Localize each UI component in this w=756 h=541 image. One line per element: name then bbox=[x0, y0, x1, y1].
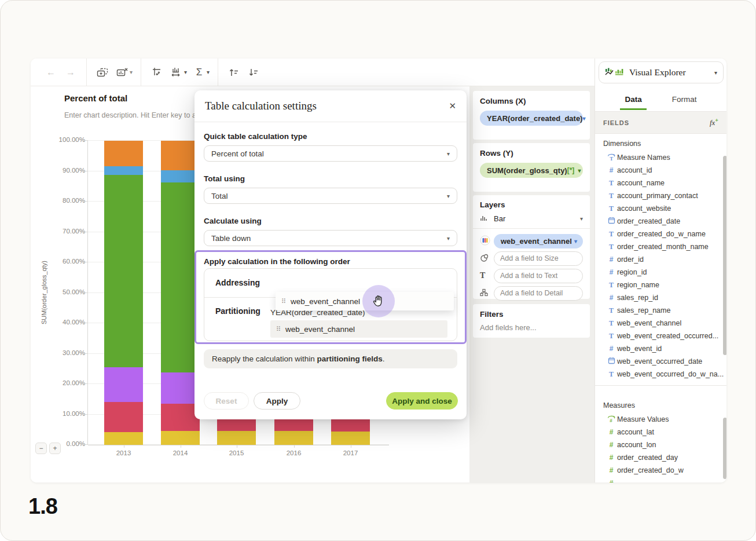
y-tick-mark bbox=[85, 140, 88, 141]
bar-segment-segment-1-yellow[interactable] bbox=[161, 431, 200, 445]
rows-pill[interactable]: SUM(order_gloss_qty) [*] ▾ bbox=[480, 163, 583, 178]
bar-segment-segment-4-green[interactable] bbox=[161, 182, 200, 372]
bar-size-caret[interactable]: ▾ bbox=[184, 69, 187, 75]
bar-segment-segment-6-orange[interactable] bbox=[104, 141, 143, 166]
bar-segment-segment-5-blue[interactable] bbox=[161, 170, 200, 183]
zoom-in-button[interactable]: + bbox=[49, 443, 61, 454]
field-item[interactable]: Tweb_event_created_occurred... bbox=[595, 330, 726, 342]
detail-drop-slot[interactable]: Add a field to Detail bbox=[494, 286, 583, 301]
field-item[interactable]: Taccount_website bbox=[595, 202, 726, 215]
field-item[interactable]: #order_id bbox=[595, 253, 726, 266]
filters-drop-zone[interactable]: Add fields here... bbox=[480, 323, 583, 332]
swap-axes-button[interactable] bbox=[147, 63, 167, 82]
sort-ascending-button[interactable] bbox=[224, 63, 244, 82]
field-item[interactable]: #account_lon bbox=[595, 438, 726, 451]
bar-segment-segment-5-blue[interactable] bbox=[104, 166, 143, 175]
layers-shelf: Layers Bar ▾ web_event_channel bbox=[473, 195, 590, 299]
fields-panel: Visual Explorer ▾ Data Format FIELDS fx+… bbox=[594, 59, 726, 482]
text-type-icon: T bbox=[605, 192, 617, 200]
remove-chart-caret[interactable]: ▾ bbox=[130, 69, 133, 75]
columns-pill-caret[interactable]: ▾ bbox=[582, 115, 585, 122]
layer-type-caret[interactable]: ▾ bbox=[580, 215, 583, 222]
calculate-using-select[interactable]: Table down ▾ bbox=[204, 230, 457, 246]
color-pill-caret[interactable]: ▾ bbox=[574, 238, 577, 244]
calculate-using-value: Table down bbox=[211, 234, 251, 243]
field-item-label: web_event_id bbox=[617, 345, 662, 353]
field-item[interactable]: Tsales_rep_name bbox=[595, 304, 726, 317]
bar-segment-segment-3-purple[interactable] bbox=[104, 367, 143, 402]
measures-scrollbar[interactable] bbox=[723, 418, 726, 479]
stacked-bar-2014[interactable] bbox=[161, 141, 200, 445]
bar-segment-segment-2-red[interactable] bbox=[161, 404, 200, 432]
reset-button[interactable]: Reset bbox=[204, 392, 249, 410]
text-encoding-row: T Add a field to Text bbox=[480, 267, 583, 284]
bar-segment-segment-3-purple[interactable] bbox=[161, 372, 200, 404]
bar-segment-segment-2-red[interactable] bbox=[104, 402, 143, 432]
add-calculated-field-button[interactable]: fx+ bbox=[710, 117, 718, 127]
remove-chart-button[interactable] bbox=[112, 63, 132, 82]
back-button[interactable]: ← bbox=[41, 63, 61, 82]
zoom-out-button[interactable]: − bbox=[35, 443, 47, 454]
add-chart-button[interactable] bbox=[93, 63, 112, 82]
field-item[interactable]: Tweb_event_occurred_do_w_na... bbox=[595, 368, 726, 381]
color-pill-label: web_event_channel bbox=[501, 237, 572, 246]
field-item[interactable]: Tweb_event_channel bbox=[595, 317, 726, 330]
forward-button[interactable]: → bbox=[61, 63, 80, 82]
bar-segment-segment-1-yellow[interactable] bbox=[217, 431, 256, 445]
layer-type-row[interactable]: Bar ▾ bbox=[473, 211, 590, 229]
drag-handle-icon[interactable]: ⠿ bbox=[270, 326, 285, 333]
close-icon[interactable]: ✕ bbox=[449, 101, 456, 111]
field-item[interactable]: Taccount_primary_contact bbox=[595, 189, 726, 202]
y-tick-label: 40.00% bbox=[34, 319, 85, 326]
partitioning-item[interactable]: ⠿ web_event_channel bbox=[270, 320, 447, 338]
text-drop-slot[interactable]: Add a field to Text bbox=[494, 269, 583, 283]
size-drop-slot[interactable]: Add a field to Size bbox=[494, 251, 583, 266]
dimensions-scrollbar[interactable] bbox=[723, 156, 726, 355]
sort-descending-button[interactable] bbox=[244, 63, 263, 82]
columns-pill[interactable]: YEAR(order_created_date) ▾ bbox=[480, 111, 583, 126]
apply-and-close-button[interactable]: Apply and close bbox=[386, 392, 458, 410]
drag-handle-icon[interactable]: ⠿ bbox=[276, 298, 291, 305]
field-item[interactable]: #Measure Values bbox=[595, 413, 726, 426]
stacked-bar-2013[interactable] bbox=[104, 141, 143, 445]
field-item[interactable]: #order_created_do_w bbox=[595, 464, 726, 477]
bar-segment-segment-4-green[interactable] bbox=[104, 175, 143, 367]
field-item[interactable]: #account_lat bbox=[595, 426, 726, 438]
field-item[interactable]: web_event_occurred_date bbox=[595, 355, 726, 368]
modal-header: Table calculation settings ✕ bbox=[194, 90, 467, 122]
field-item-label: account_lat bbox=[617, 428, 654, 436]
total-using-select[interactable]: Total ▾ bbox=[204, 188, 457, 204]
bar-segment-segment-1-yellow[interactable] bbox=[331, 432, 370, 445]
bar-segment-segment-1-yellow[interactable] bbox=[104, 432, 143, 445]
rows-pill-caret[interactable]: ▾ bbox=[578, 167, 581, 174]
fx-plus-icon: + bbox=[715, 117, 718, 123]
bar-size-button[interactable] bbox=[167, 63, 186, 82]
y-tick-mark bbox=[85, 171, 88, 171]
field-item[interactable]: #region_id bbox=[595, 266, 726, 279]
field-item[interactable]: Torder_created_month_name bbox=[595, 240, 726, 253]
field-item[interactable]: #web_event_id bbox=[595, 342, 726, 355]
app-switcher-button[interactable]: Visual Explorer ▾ bbox=[599, 61, 724, 83]
field-item[interactable]: # bbox=[595, 477, 726, 482]
aggregate-caret[interactable]: ▾ bbox=[207, 69, 210, 75]
color-encoding-row: web_event_channel ▾ bbox=[480, 232, 583, 250]
quick-calc-select[interactable]: Percent of total ▾ bbox=[204, 145, 457, 162]
field-item[interactable]: #sales_rep_id bbox=[595, 291, 726, 304]
color-pill[interactable]: web_event_channel ▾ bbox=[494, 234, 583, 248]
field-item[interactable]: Taccount_name bbox=[595, 177, 726, 189]
number-icon: # bbox=[605, 466, 617, 474]
size-encoding-row: Add a field to Size bbox=[480, 250, 583, 267]
tab-data[interactable]: Data bbox=[623, 88, 643, 109]
field-item[interactable]: Torder_created_do_w_name bbox=[595, 228, 726, 240]
tab-format[interactable]: Format bbox=[671, 88, 698, 109]
field-item[interactable]: Tregion_name bbox=[595, 279, 726, 291]
chart-title[interactable]: Percent of total bbox=[64, 93, 127, 103]
field-item[interactable]: #order_created_day bbox=[595, 451, 726, 464]
apply-button[interactable]: Apply bbox=[254, 392, 300, 410]
aggregate-button[interactable]: Σ bbox=[189, 63, 209, 82]
bar-segment-segment-6-orange[interactable] bbox=[161, 141, 200, 170]
field-item[interactable]: TMeasure Names bbox=[595, 151, 726, 164]
bar-segment-segment-1-yellow[interactable] bbox=[274, 431, 313, 445]
field-item[interactable]: order_created_date bbox=[595, 215, 726, 228]
field-item[interactable]: #account_id bbox=[595, 164, 726, 177]
